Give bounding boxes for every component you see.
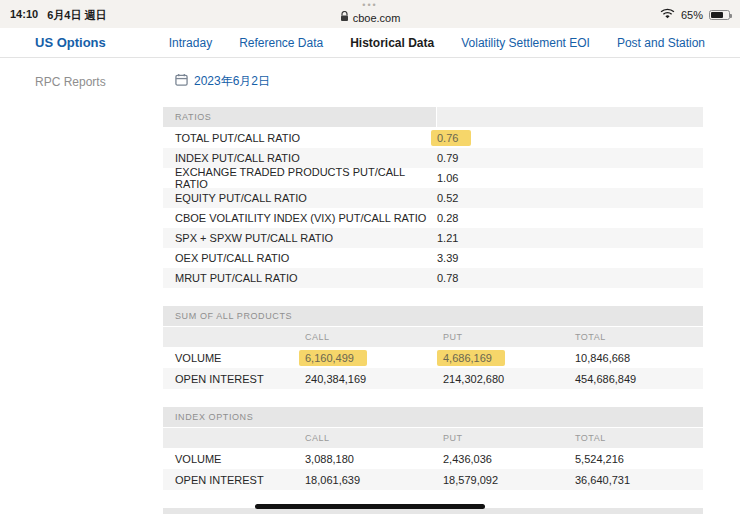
section-header-index-options: INDEX OPTIONS (163, 407, 703, 427)
column-header-call: CALL (305, 332, 443, 342)
index-options-column-headers: CALL PUT TOTAL (163, 428, 703, 448)
main-panel: 2023年6月2日 RATIOS TOTAL PUT/CALL RATIO 0.… (163, 58, 703, 514)
ratio-value: 1.21 (437, 232, 458, 244)
ratio-label: EXCHANGE TRADED PRODUCTS PUT/CALL RATIO (163, 166, 437, 190)
call-value-highlighted: 6,160,499 (299, 350, 367, 366)
battery-percent: 65% (681, 9, 703, 21)
ratio-value: 1.06 (437, 172, 458, 184)
table-row: OPEN INTEREST 240,384,169 214,302,680 45… (163, 368, 703, 389)
status-center: ••• cboe.com (0, 2, 740, 24)
table-row: MRUT PUT/CALL RATIO 0.78 (163, 268, 703, 288)
date-picker-value: 2023年6月2日 (194, 73, 270, 90)
page: 14:10 6月4日 週日 ••• cboe.com 65% (0, 0, 740, 514)
table-row: VOLUME 6,160,499 4,686,169 10,846,668 (163, 347, 703, 368)
ratio-value: 0.52 (437, 192, 458, 204)
ratio-label: TOTAL PUT/CALL RATIO (163, 132, 437, 144)
section-header-ratios: RATIOS (163, 107, 436, 127)
sum-rows: VOLUME 6,160,499 4,686,169 10,846,668 OP… (163, 347, 703, 389)
sum-column-headers: CALL PUT TOTAL (163, 327, 703, 347)
ratio-value: 0.28 (437, 212, 458, 224)
total-value: 5,524,216 (575, 453, 703, 465)
call-value: 3,088,180 (305, 453, 443, 465)
table-row: EXCHANGE TRADED PRODUCTS PUT/CALL RATIO … (163, 168, 703, 188)
url-text: cboe.com (353, 12, 401, 24)
nav-item-post-and-station[interactable]: Post and Station (617, 36, 705, 50)
nav-item-historical-data[interactable]: Historical Data (350, 36, 434, 50)
put-value: 214,302,680 (443, 373, 575, 385)
table-row: VOLUME 3,088,180 2,436,036 5,524,216 (163, 448, 703, 469)
nav-item-intraday[interactable]: Intraday (169, 36, 212, 50)
nav-item-reference-data[interactable]: Reference Data (239, 36, 323, 50)
ratio-label: OEX PUT/CALL RATIO (163, 252, 437, 264)
index-options-table: INDEX OPTIONS CALL PUT TOTAL VOLUME 3,08… (163, 407, 703, 490)
lock-icon (340, 11, 349, 24)
put-value-highlighted: 4,686,169 (437, 350, 505, 366)
column-header-put: PUT (443, 332, 575, 342)
date-picker[interactable]: 2023年6月2日 (175, 73, 703, 89)
index-options-header-bar: INDEX OPTIONS (163, 407, 703, 427)
ratio-label: MRUT PUT/CALL RATIO (163, 272, 437, 284)
status-bar: 14:10 6月4日 週日 ••• cboe.com 65% (0, 0, 740, 28)
sum-header-bar: SUM OF ALL PRODUCTS (163, 306, 703, 326)
ratios-header-bar: RATIOS (163, 107, 703, 127)
nav-items: Intraday Reference Data Historical Data … (169, 36, 705, 50)
table-row: OEX PUT/CALL RATIO 3.39 (163, 248, 703, 268)
calendar-icon (175, 73, 188, 89)
column-header-put: PUT (443, 433, 575, 443)
address-bar[interactable]: cboe.com (0, 11, 740, 24)
row-label: VOLUME (163, 453, 305, 465)
top-nav: US Options Intraday Reference Data Histo… (0, 28, 740, 58)
index-options-rows: VOLUME 3,088,180 2,436,036 5,524,216 OPE… (163, 448, 703, 490)
total-value: 36,640,731 (575, 474, 703, 486)
table-row: SPX + SPXW PUT/CALL RATIO 1.21 (163, 228, 703, 248)
total-value: 10,846,668 (575, 352, 703, 364)
brand-us-options[interactable]: US Options (35, 35, 106, 50)
ratio-label: EQUITY PUT/CALL RATIO (163, 192, 437, 204)
ratios-header-spacer (437, 107, 703, 127)
table-row: OPEN INTEREST 18,061,639 18,579,092 36,6… (163, 469, 703, 490)
ratio-label: CBOE VOLATILITY INDEX (VIX) PUT/CALL RAT… (163, 212, 437, 224)
total-value: 454,686,849 (575, 373, 703, 385)
row-label: VOLUME (163, 352, 305, 364)
nav-item-volatility-settlement-eoi[interactable]: Volatility Settlement EOI (461, 36, 590, 50)
ratio-value: 0.79 (437, 152, 458, 164)
put-value: 2,436,036 (443, 453, 575, 465)
row-label: OPEN INTEREST (163, 373, 305, 385)
call-value: 240,384,169 (305, 373, 443, 385)
ratio-value: 3.39 (437, 252, 458, 264)
status-right: 65% (660, 8, 730, 21)
call-value: 18,061,639 (305, 474, 443, 486)
ratios-table: RATIOS TOTAL PUT/CALL RATIO 0.76 INDEX P… (163, 107, 703, 288)
put-value: 18,579,092 (443, 474, 575, 486)
section-header-sum-of-all-products: SUM OF ALL PRODUCTS (163, 306, 703, 326)
column-header-total: TOTAL (575, 433, 703, 443)
table-row: INDEX PUT/CALL RATIO 0.79 (163, 148, 703, 168)
ratio-value: 0.78 (437, 272, 458, 284)
wifi-icon (660, 8, 675, 21)
ratios-rows: TOTAL PUT/CALL RATIO 0.76 INDEX PUT/CALL… (163, 128, 703, 288)
column-header-total: TOTAL (575, 332, 703, 342)
column-header-call: CALL (305, 433, 443, 443)
battery-icon (709, 10, 730, 20)
table-row: TOTAL PUT/CALL RATIO 0.76 (163, 128, 703, 148)
sum-of-all-products-table: SUM OF ALL PRODUCTS CALL PUT TOTAL VOLUM… (163, 306, 703, 389)
ratio-label: INDEX PUT/CALL RATIO (163, 152, 437, 164)
home-indicator[interactable] (255, 504, 485, 509)
sidebar-item-rpc-reports[interactable]: RPC Reports (35, 75, 106, 89)
row-label: OPEN INTEREST (163, 474, 305, 486)
multitasking-dots-icon[interactable]: ••• (0, 2, 740, 9)
content: RPC Reports 2023年6月2日 RATIOS (0, 58, 740, 514)
table-row: CBOE VOLATILITY INDEX (VIX) PUT/CALL RAT… (163, 208, 703, 228)
ratio-label: SPX + SPXW PUT/CALL RATIO (163, 232, 437, 244)
table-row: EQUITY PUT/CALL RATIO 0.52 (163, 188, 703, 208)
ratio-value-highlighted: 0.76 (431, 130, 471, 146)
